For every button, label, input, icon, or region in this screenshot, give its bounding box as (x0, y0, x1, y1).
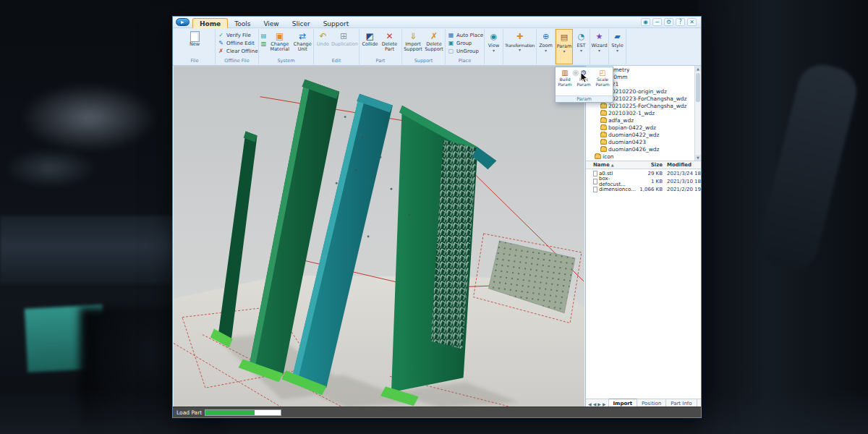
viewport-3d[interactable] (174, 66, 584, 408)
transformation-icon: ✚ (515, 32, 524, 41)
window-close-icon[interactable]: ✕ (687, 18, 697, 26)
folder-icon (600, 132, 607, 137)
nav-prev-icon[interactable]: ◀ (593, 401, 597, 407)
tab-support[interactable]: Support (317, 19, 356, 28)
column-header-name[interactable]: Name ▲ (586, 162, 635, 168)
window-help-icon[interactable]: ? (676, 18, 685, 26)
change-unit-button[interactable]: ⇄ Change Unit (292, 30, 313, 53)
viewport-3d-scene[interactable] (174, 66, 584, 408)
window-settings-icon[interactable]: ⚙ (664, 18, 673, 26)
system-small-icon-2[interactable]: ▥ (260, 41, 267, 47)
change-material-icon: ▣ (274, 31, 286, 42)
tree-item[interactable]: bopian-0422_wdz (586, 124, 701, 131)
tree-item[interactable]: duomian0423 (586, 138, 701, 145)
tree-item-icon-folder[interactable]: icon (586, 153, 701, 160)
auto-place-label: Auto Place (456, 33, 483, 38)
est-dropdown-button[interactable]: ◔ EST ▾ (573, 29, 590, 64)
background-machine (698, 0, 868, 434)
style-chevron-down-icon: ▾ (616, 48, 618, 53)
app-logo-icon[interactable] (176, 18, 190, 26)
zoom-dropdown-button[interactable]: ⊕ Zoom ▾ (537, 29, 556, 64)
window-minimize-icon[interactable]: − (652, 18, 662, 26)
file-row[interactable]: box-defocust... 1 KB 2021/3/10 18:1.. (586, 177, 701, 185)
mouse-cursor (580, 72, 589, 83)
build-param-button[interactable]: ▥ Build Param (556, 67, 574, 87)
tree-item[interactable]: adfa_wdz (586, 116, 701, 124)
window-info-icon[interactable]: ◉ (641, 18, 650, 26)
tree-item[interactable]: 20210302-1_wdz (586, 109, 701, 116)
file-icon (593, 187, 597, 192)
wizard-chevron-down-icon: ▾ (598, 48, 600, 53)
clear-offline-label: Clear Offline (226, 48, 258, 54)
background-ceiling-light (20, 83, 158, 152)
nav-last-icon[interactable]: ▶ (603, 401, 606, 407)
file-size: 29 KB (635, 171, 664, 176)
tree-item-label: bopian-0422_wdz (608, 124, 656, 131)
collide-button[interactable]: ◩ Collide (361, 30, 378, 48)
file-modified: 2021/3/10 18:1.. (664, 179, 701, 184)
ribbon-group-offline: ✓ Verify File ✎ Offline Edit ✗ Clear Off… (216, 29, 259, 64)
duplication-button[interactable]: ⊞ Duplication (331, 30, 357, 48)
wizard-dropdown-button[interactable]: ★ Wizard ▾ (590, 29, 609, 64)
group-label-system: System (259, 58, 313, 64)
scale-param-button[interactable]: ◰ Scale Param (593, 67, 612, 87)
ribbon: New File ✓ Verify File ✎ Offline Edit (173, 28, 701, 66)
verify-file-button[interactable]: ✓ Verify File (218, 31, 258, 39)
build-param-label: Build Param (556, 77, 574, 87)
folder-icon (600, 140, 607, 145)
tree-item-label: duomian0423 (608, 139, 646, 145)
tab-home[interactable]: Home (192, 18, 228, 28)
verify-file-label: Verify File (226, 33, 251, 38)
folder-icon (595, 154, 601, 159)
ribbon-group-support: ⇓ Import Support ✗ Delete Support Suppor… (402, 29, 446, 64)
column-header-modified[interactable]: Modified (664, 162, 701, 168)
tab-tools[interactable]: Tools (228, 19, 257, 28)
tree-item[interactable]: duomian0426_wdz (586, 145, 701, 153)
ribbon-group-edit: ↶ Undo ⊞ Duplication Edit (314, 29, 359, 64)
tree-scrollbar[interactable]: ▲ ▼ (694, 66, 701, 161)
change-material-button[interactable]: ▣ Change Material (268, 30, 291, 53)
new-button[interactable]: New (189, 30, 200, 48)
tree-item[interactable]: duomian0422_wdz (586, 131, 701, 138)
ungroup-button[interactable]: ▢ UnGroup (448, 47, 484, 55)
est-chevron-down-icon: ▾ (580, 48, 582, 53)
auto-place-icon: ▦ (448, 32, 454, 38)
auto-place-button[interactable]: ▦ Auto Place (448, 31, 484, 39)
group-label-part: Part (359, 58, 401, 64)
scroll-up-icon[interactable]: ▲ (695, 66, 701, 72)
status-label: Load Part (176, 409, 202, 416)
system-small-icon-1[interactable]: ▤ (260, 33, 267, 39)
file-row[interactable]: dimensionco... 1,066 KB 2021/2/20 19:4.. (586, 185, 701, 193)
file-list: Name ▲ Size Modified a0.stl 29 KB 2021/3… (586, 161, 701, 399)
offline-edit-icon: ✎ (218, 40, 224, 46)
offline-edit-label: Offline Edit (226, 41, 255, 46)
clear-offline-button[interactable]: ✗ Clear Offline (218, 47, 258, 55)
tab-view[interactable]: View (257, 19, 285, 28)
view-dropdown-button[interactable]: ◉ View ▾ (485, 29, 503, 64)
style-dropdown-button[interactable]: ▰ Style ▾ (609, 29, 626, 64)
change-unit-icon: ⇄ (297, 31, 308, 42)
scale-param-label: Scale Param (593, 77, 612, 87)
delete-part-button[interactable]: ✕ Delete Part (380, 30, 400, 53)
param-dropdown-button[interactable]: ▤ Param ▾ (556, 29, 573, 64)
offline-edit-button[interactable]: ✎ Offline Edit (218, 39, 258, 47)
import-support-button[interactable]: ⇓ Import Support (403, 30, 423, 53)
busy-gear-icon: ⚙ (573, 69, 579, 77)
undo-button[interactable]: ↶ Undo (316, 30, 330, 48)
group-label-support: Support (402, 58, 445, 64)
transformation-dropdown-button[interactable]: ✚ Transformation ▾ (503, 29, 537, 64)
delete-support-button[interactable]: ✗ Delete Support (424, 30, 444, 53)
side-panel: − Geometry 1.0mm 721 20210220-origin_wdz (585, 66, 701, 408)
column-header-size[interactable]: Size (635, 162, 664, 168)
progress-bar (205, 409, 281, 416)
file-icon (593, 179, 597, 184)
group-button[interactable]: ▣ Group (448, 39, 484, 47)
ungroup-icon: ▢ (448, 48, 454, 54)
nav-next-icon[interactable]: ▶ (597, 401, 601, 407)
scroll-down-icon[interactable]: ▼ (695, 155, 701, 161)
tab-slicer[interactable]: Slicer (286, 19, 317, 28)
duplication-label: Duplication (331, 42, 356, 47)
nav-first-icon[interactable]: ◀ (588, 401, 592, 407)
scrollbar-thumb[interactable] (696, 73, 700, 102)
tree-item[interactable]: 20210225-ForChangsha_wdz (586, 102, 701, 109)
